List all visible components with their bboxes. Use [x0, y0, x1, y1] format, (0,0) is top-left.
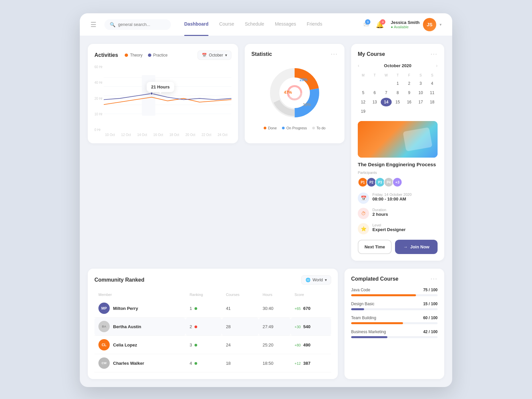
cal-day-14-today[interactable]: 14 — [381, 98, 392, 106]
cal-day-4[interactable]: 4 — [427, 79, 438, 88]
user-info[interactable]: Jessica Smith Available JS ▾ — [391, 18, 442, 31]
donut-chart-svg: 47% 28% 18% — [265, 63, 325, 123]
course-meta: 📅 Friday, 14 October 2020 08:00 - 10:00 … — [358, 193, 438, 234]
bell-notification[interactable]: 🔔 4 — [376, 21, 384, 29]
member-name: Milton Perry — [113, 306, 138, 311]
legend-theory: Theory — [125, 53, 142, 58]
cal-day-2[interactable]: 2 — [404, 79, 415, 88]
practice-label: Practice — [153, 53, 168, 58]
arrow-right-icon: → — [403, 244, 408, 249]
col-hours: Hours — [259, 290, 291, 299]
member-name: Celia Lopez — [113, 342, 137, 347]
svg-text:18%: 18% — [303, 102, 311, 107]
progress-header: Business Marketing 42 / 100 — [351, 330, 438, 334]
nav: Dashboard Course Schedule Messages Frien… — [184, 21, 355, 28]
course-name: Team Building — [351, 316, 376, 320]
search-input[interactable] — [118, 22, 165, 27]
todo-dot — [312, 127, 315, 129]
completed-more-btn[interactable]: ··· — [431, 275, 438, 282]
cal-day-19[interactable]: 19 — [358, 107, 369, 116]
calendar-month-year: October 2020 — [384, 63, 411, 68]
rank-dot — [195, 326, 197, 328]
table-row: CL Celia Lopez 3 24 25:20 +80 490 — [94, 336, 331, 354]
cal-day-3[interactable]: 3 — [415, 79, 426, 88]
community-card: Community Ranked 🌐 World ▾ Member Rankin… — [88, 269, 338, 379]
duration-value: 2 hours — [372, 212, 388, 217]
hamburger-icon[interactable]: ☰ — [90, 21, 96, 29]
cal-day-10[interactable]: 10 — [415, 88, 426, 97]
member-avatar: CL — [98, 339, 110, 350]
cal-day-12[interactable]: 12 — [358, 98, 369, 106]
nav-messages[interactable]: Messages — [275, 21, 296, 28]
cal-day-9[interactable]: 9 — [404, 88, 415, 97]
progress-list: Java Code 75 / 100 Design Basic 15 / 100 — [351, 288, 438, 338]
statistic-header: Statistic ··· — [251, 51, 338, 58]
member-avatar: MP — [98, 303, 110, 314]
world-select[interactable]: 🌐 World ▾ — [301, 275, 331, 285]
cal-prev-btn[interactable]: ‹ — [358, 63, 359, 68]
svg-rect-5 — [142, 75, 155, 116]
cal-day-16[interactable]: 16 — [404, 98, 415, 106]
calendar-header: ‹ October 2020 › — [358, 63, 438, 68]
cal-day-7[interactable]: 7 — [381, 88, 392, 97]
my-course-more-btn[interactable]: ··· — [431, 51, 438, 58]
course-score: 15 / 100 — [423, 302, 438, 306]
cal-day-1[interactable]: 1 — [392, 79, 403, 88]
member-avatar: BA — [98, 321, 110, 332]
level-icon: ⭐ — [358, 223, 369, 234]
next-time-button[interactable]: Next Time — [358, 240, 392, 254]
meta-level: ⭐ Level Expert Designer — [358, 223, 438, 234]
header-right: ✉ 9 🔔 4 Jessica Smith Available JS ▾ — [363, 18, 442, 31]
user-name: Jessica Smith — [391, 20, 420, 25]
rank-dot — [195, 307, 197, 310]
chevron-down-icon: ▾ — [440, 22, 442, 27]
meta-duration: ⏱ Duration 2 hours — [358, 208, 438, 219]
course-name: Java Code — [351, 288, 370, 292]
progress-header: Design Basic 15 / 100 — [351, 302, 438, 306]
progress-header: Java Code 75 / 100 — [351, 288, 438, 292]
nav-schedule[interactable]: Schedule — [245, 21, 264, 28]
todo-label: To do — [317, 126, 326, 130]
cal-next-btn[interactable]: › — [436, 63, 438, 68]
month-select[interactable]: 📅 October ▾ — [198, 51, 231, 60]
cal-day-5[interactable]: 5 — [358, 88, 369, 97]
progress-bar-fill — [351, 336, 387, 338]
svg-point-6 — [150, 92, 153, 95]
cal-day-11[interactable]: 11 — [427, 88, 438, 97]
cal-day-15[interactable]: 15 — [392, 98, 403, 106]
cal-day-18[interactable]: 18 — [427, 98, 438, 106]
participants-label: Participants — [358, 171, 438, 175]
progress-item-design: Design Basic 15 / 100 — [351, 302, 438, 310]
member-name: Charles Walker — [113, 361, 144, 366]
activities-header: Activities Theory Practice 📅 October ▾ — [94, 51, 231, 60]
done-dot — [264, 127, 266, 129]
bell-badge: 4 — [380, 19, 385, 25]
table-row: BA Bertha Austin 2 28 27:49 +30 540 — [94, 318, 331, 336]
mail-notification[interactable]: ✉ 9 — [363, 21, 369, 29]
completed-header: Complated Course ··· — [351, 275, 438, 282]
nav-course[interactable]: Course — [219, 21, 234, 28]
cal-day-6[interactable]: 6 — [369, 88, 380, 97]
cal-day-13[interactable]: 13 — [369, 98, 380, 106]
table-row: CW Charles Walker 4 18 18:50 +12 387 — [94, 354, 331, 372]
cal-day-17[interactable]: 17 — [415, 98, 426, 106]
world-label: World — [313, 278, 323, 282]
nav-dashboard[interactable]: Dashboard — [184, 21, 208, 28]
donut-chart-container: 47% 28% 18% — [251, 63, 338, 123]
legend-on-progress: On Progress — [282, 126, 307, 130]
course-score: 75 / 100 — [423, 288, 438, 292]
join-now-button[interactable]: → Join Now — [395, 240, 438, 254]
statistic-more-btn[interactable]: ··· — [331, 51, 338, 58]
svg-text:28%: 28% — [300, 77, 308, 82]
course-name: Business Marketing — [351, 330, 386, 334]
activities-title: Activities — [94, 52, 118, 58]
join-now-label: Join Now — [410, 244, 430, 249]
nav-friends[interactable]: Friends — [307, 21, 322, 28]
chevron-down-icon: ▾ — [325, 278, 327, 282]
member-info: CW Charles Walker — [98, 357, 182, 369]
duration-icon: ⏱ — [358, 208, 369, 219]
course-score: 60 / 100 — [423, 316, 438, 320]
course-name: Design Basic — [351, 302, 374, 306]
cal-day-8[interactable]: 8 — [392, 88, 403, 97]
calendar-icon: 📅 — [202, 53, 207, 58]
